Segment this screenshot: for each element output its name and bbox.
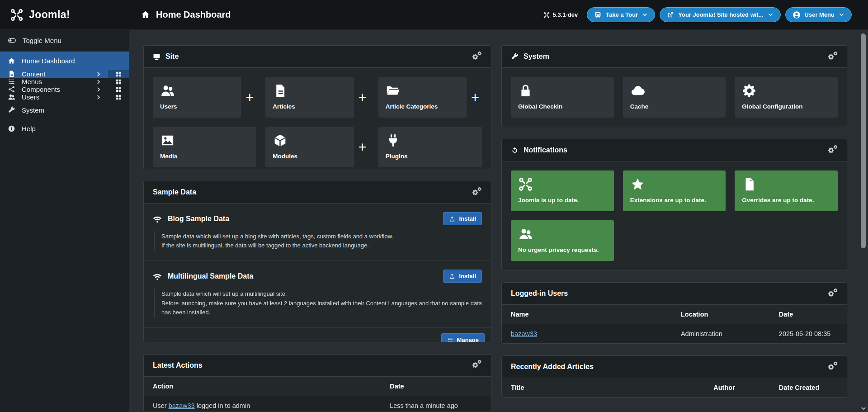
tile-label: Plugins [386, 153, 475, 160]
home-icon [8, 57, 15, 65]
scrollbar-thumb[interactable] [861, 33, 866, 248]
plug-icon [386, 133, 401, 148]
sidebar-item-users[interactable]: Users [0, 93, 108, 101]
logged-in-users-header: Logged-in Users [502, 283, 847, 305]
sample-item-blog: Blog Sample Data Install Sample data whi… [144, 204, 491, 260]
notifications-header: Notifications [502, 139, 847, 161]
sidebar-item-help[interactable]: Help [0, 119, 129, 138]
card-options-button[interactable] [472, 53, 482, 60]
sidebar-item-components[interactable]: Components [0, 85, 108, 93]
toggle-menu-button[interactable]: Toggle Menu [0, 30, 129, 52]
top-bar: Joomla! Home Dashboard 5.3.1-dev Take a … [0, 0, 868, 30]
gears-icon [833, 288, 838, 293]
install-multilingual-sample-button[interactable]: Install [443, 270, 482, 283]
lock-icon [518, 83, 533, 98]
sidebar-item-system[interactable]: System [0, 101, 129, 119]
scroll-down-indicator[interactable] [860, 405, 867, 412]
site-tile-cell: Article Categories + [378, 77, 482, 118]
menus-dashboard-button[interactable] [108, 78, 129, 85]
add-article-button[interactable]: + [356, 77, 369, 118]
install-blog-sample-button[interactable]: Install [443, 212, 482, 225]
table-header: Action Date [144, 377, 491, 396]
vertical-scrollbar [861, 30, 866, 412]
card-title: Logged-in Users [511, 289, 568, 298]
brand-text: Joomla! [29, 9, 70, 21]
notifications-card: Notifications Joomla is up to date. Exte… [501, 139, 847, 270]
tile-media[interactable]: Media [153, 127, 256, 167]
content-dashboard-button[interactable] [108, 70, 129, 78]
take-a-tour-button[interactable]: Take a Tour [587, 7, 655, 22]
sidebar-item-home-dashboard[interactable]: Home Dashboard [0, 52, 129, 70]
table-header: Title Author Date Created [502, 378, 847, 398]
card-options-button[interactable] [828, 290, 838, 297]
tile-global-checkin[interactable]: Global Checkin [511, 77, 614, 118]
sample-item-description: Sample data which will set up a blog sit… [154, 231, 482, 251]
name-cell: bazaw33 [511, 330, 681, 337]
star-icon [630, 177, 645, 192]
chevron-right-icon [95, 94, 102, 100]
site-card-header: Site [144, 46, 491, 68]
tile-cache[interactable]: Cache [623, 77, 726, 118]
table-header: Name Location Date [502, 305, 847, 324]
page-title-area: Home Dashboard [129, 9, 231, 20]
cube-icon [273, 133, 288, 148]
tile-plugins[interactable]: Plugins [378, 127, 482, 167]
grid-icon [115, 94, 122, 101]
user-menu-button[interactable]: User Menu [785, 7, 852, 22]
topbar-actions: 5.3.1-dev Take a Tour Your Joomla! Site … [543, 7, 868, 22]
tile-label: Global Configuration [742, 103, 830, 110]
tile-global-configuration[interactable]: Global Configuration [735, 77, 838, 118]
folder-open-icon [386, 83, 401, 98]
sidebar-item-label: Components [22, 85, 60, 93]
chevron-right-icon [95, 86, 102, 93]
tile-label: Article Categories [386, 103, 459, 110]
card-options-button[interactable] [472, 189, 482, 196]
users-dashboard-button[interactable] [108, 93, 129, 101]
sidebar-item-label: System [22, 106, 44, 114]
notification-joomla-up-to-date[interactable]: Joomla is up to date. [511, 170, 614, 211]
card-options-button[interactable] [828, 364, 838, 370]
sample-data-footer: Manage [144, 327, 491, 342]
site-card: Site Users + [143, 45, 491, 169]
hosted-site-button[interactable]: Your Joomla! Site hosted wit... [660, 7, 780, 22]
tile-articles[interactable]: Articles [265, 77, 354, 118]
joomla-brand-link[interactable]: Joomla! [0, 8, 129, 22]
notification-privacy-requests[interactable]: No urgent privacy requests. [511, 220, 614, 261]
gears-icon [833, 145, 838, 149]
logged-in-users-card: Logged-in Users Name Location Date bazaw… [501, 282, 847, 344]
tile-modules[interactable]: Modules [265, 127, 354, 167]
wifi-icon [153, 272, 162, 281]
users-icon [160, 83, 175, 98]
components-dashboard-button[interactable] [108, 85, 129, 93]
take-a-tour-label: Take a Tour [606, 11, 638, 18]
user-link[interactable]: bazaw33 [169, 402, 195, 409]
table-row: User bazaw33 logged in to admin Less tha… [144, 396, 491, 412]
version-badge: 5.3.1-dev [543, 11, 578, 18]
user-menu-label: User Menu [805, 11, 835, 18]
sidebar-item-content[interactable]: Content [0, 70, 108, 78]
gears-icon [477, 360, 482, 364]
chevron-right-icon [95, 71, 102, 77]
add-user-button[interactable]: + [243, 77, 256, 118]
tile-users[interactable]: Users [153, 77, 241, 118]
notification-extensions-up-to-date[interactable]: Extensions are up to date. [623, 170, 726, 211]
location-cell: Administration [681, 330, 779, 337]
tile-label: Media [160, 153, 249, 160]
sidebar-item-menus[interactable]: Menus [0, 78, 108, 85]
manage-button[interactable]: Manage [441, 333, 485, 342]
card-options-button[interactable] [472, 362, 482, 369]
add-category-button[interactable]: + [468, 77, 482, 118]
home-icon [141, 10, 150, 19]
share-nodes-icon [8, 85, 15, 93]
notification-overrides-up-to-date[interactable]: Overrides are up to date. [735, 170, 838, 211]
sidebar-row-components: Components [0, 85, 129, 93]
gears-icon [833, 361, 838, 366]
add-module-button[interactable]: + [356, 127, 369, 167]
sample-item-title: Blog Sample Data [168, 215, 229, 223]
site-tile-cell: Articles + [265, 77, 369, 118]
upload-icon [449, 273, 455, 279]
card-options-button[interactable] [828, 147, 838, 154]
tile-article-categories[interactable]: Article Categories [378, 77, 467, 118]
card-options-button[interactable] [828, 53, 838, 60]
user-link[interactable]: bazaw33 [511, 330, 537, 337]
